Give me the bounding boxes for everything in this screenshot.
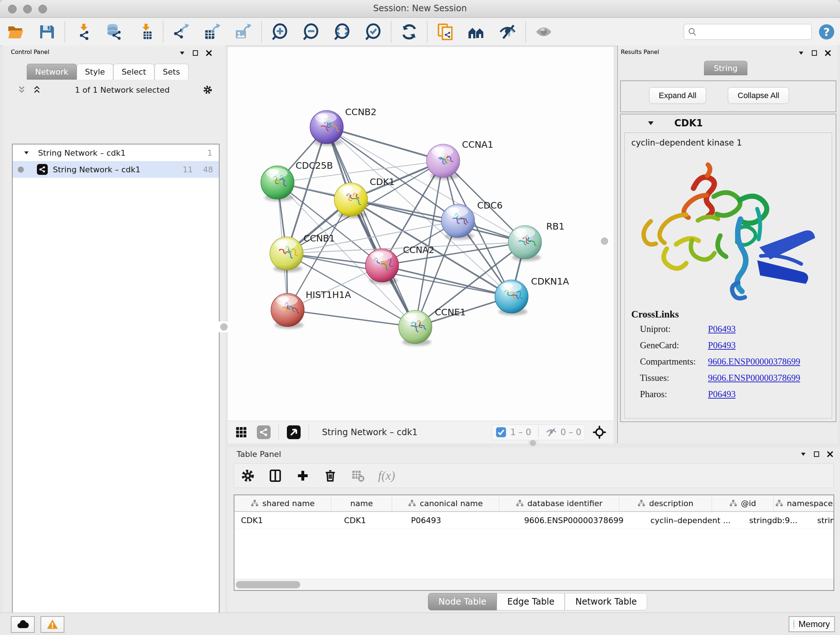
import-network-button[interactable] (73, 22, 92, 41)
column-label: @id (741, 499, 756, 508)
control-panel-collapse-icon[interactable] (178, 49, 186, 57)
import-database-button[interactable] (104, 22, 123, 41)
table-panel-collapse-icon[interactable] (799, 450, 807, 458)
crosslink-link[interactable]: P06493 (708, 389, 736, 399)
zoom-in-button[interactable] (270, 22, 289, 41)
network-tree-row[interactable]: String Network – cdk1 1 (13, 144, 219, 161)
birdseye-view-button[interactable] (286, 424, 302, 440)
crosslink-row: GeneCard: P06493 (640, 340, 828, 350)
import-table-button[interactable] (136, 22, 155, 41)
grid-view-button[interactable] (233, 424, 249, 440)
column-label: name (350, 499, 373, 508)
table-cell: 9606.ENSP00000378699 (518, 512, 644, 529)
left-splitter-handle[interactable] (218, 321, 229, 333)
home-view-button[interactable] (467, 22, 486, 41)
export-image-icon (235, 23, 252, 41)
column-header-database-identifier[interactable]: database identifier (499, 495, 619, 511)
tab-style[interactable]: Style (77, 64, 113, 80)
scrollbar-thumb[interactable] (236, 581, 300, 588)
collapse-all-button[interactable]: Collapse All (728, 87, 789, 104)
table-panel-close-icon[interactable] (826, 450, 834, 458)
delete-table-button[interactable] (349, 467, 366, 484)
expand-all-button[interactable]: Expand All (649, 87, 706, 104)
crosslink-link[interactable]: P06493 (708, 340, 736, 350)
control-panel-float-icon[interactable] (192, 49, 199, 57)
fit-selected-button[interactable] (591, 424, 608, 440)
expand-all-networks-icon[interactable] (17, 85, 27, 95)
hide-elements-button[interactable] (498, 22, 517, 41)
tab-sets[interactable]: Sets (155, 64, 188, 80)
tab-string[interactable]: String (704, 61, 747, 75)
network-node-CCNA2[interactable] (365, 249, 399, 284)
refresh-view-button[interactable] (400, 22, 418, 41)
add-column-button[interactable] (294, 467, 311, 484)
network-canvas[interactable]: CCNB2CCNA1CDC25BCDK1CDC6RB1CCNB1CCNA2CDK… (228, 47, 614, 421)
warnings-button[interactable] (41, 616, 65, 633)
network-node-RB1[interactable] (508, 226, 542, 261)
control-panel-close-icon[interactable] (205, 49, 213, 57)
table-panel-float-icon[interactable] (813, 450, 821, 458)
selected-checkbox-icon[interactable] (496, 427, 507, 438)
function-builder-label[interactable]: f(x) (378, 469, 395, 483)
column-header-canonical-name[interactable]: canonical name (392, 495, 499, 511)
network-node-CDC25B[interactable] (261, 166, 294, 201)
right-splitter-handle[interactable] (599, 236, 610, 247)
tab-network[interactable]: Network (27, 64, 77, 80)
results-panel-float-icon[interactable] (811, 49, 818, 57)
export-image-button[interactable] (234, 22, 253, 41)
network-node-CDK1[interactable] (334, 183, 368, 218)
show-columns-button[interactable] (267, 467, 284, 484)
memory-button[interactable]: Memory (789, 616, 835, 632)
zoom-fit-button[interactable] (332, 22, 351, 41)
network-node-CCNE1[interactable] (399, 310, 432, 346)
save-session-button[interactable] (37, 22, 56, 41)
network-node-CDKN1A[interactable] (495, 280, 528, 315)
column-header-namespace[interactable]: namespace (774, 495, 834, 511)
network-node-CCNA1[interactable] (426, 144, 460, 180)
column-header-description[interactable]: description (619, 495, 712, 511)
network-edge[interactable] (327, 127, 443, 161)
network-tree-row[interactable]: String Network – cdk1 11 48 (13, 161, 219, 178)
network-options-gear-icon[interactable] (203, 85, 212, 95)
tab-node-table[interactable]: Node Table (428, 593, 497, 610)
column-header-shared-name[interactable]: shared name (234, 495, 332, 511)
crosslink-link[interactable]: 9606.ENSP00000378699 (708, 373, 800, 383)
crosslink-link[interactable]: 9606.ENSP00000378699 (708, 356, 800, 367)
export-network-button[interactable] (172, 22, 191, 41)
network-edge[interactable] (287, 310, 415, 327)
delete-column-button[interactable] (322, 467, 339, 484)
tab-select[interactable]: Select (113, 64, 155, 80)
bottom-splitter-handle[interactable] (528, 440, 538, 446)
hidden-eye-icon[interactable] (546, 427, 557, 438)
table-options-button[interactable] (240, 467, 256, 484)
table-row[interactable]: CDK1CDK1P064939606.ENSP00000378699cyclin… (234, 512, 834, 529)
tab-edge-table[interactable]: Edge Table (497, 593, 565, 610)
open-file-button[interactable] (6, 22, 25, 41)
search-input[interactable] (700, 27, 808, 37)
crosslinks-list: Uniprot: P06493GeneCard: P06493Compartme… (640, 324, 828, 405)
crosslink-link[interactable]: P06493 (708, 324, 736, 334)
zoom-selected-button[interactable] (363, 22, 382, 41)
results-panel-close-icon[interactable] (824, 49, 832, 57)
collapse-all-networks-icon[interactable] (32, 85, 42, 95)
show-elements-button[interactable] (534, 22, 553, 41)
network-selector-row: 1 of 1 Network selected (12, 81, 218, 98)
network-node-CDC6[interactable] (441, 204, 475, 240)
network-node-CCNB1[interactable] (270, 237, 303, 272)
gene-section-header[interactable]: CDK1 (621, 114, 836, 132)
network-node-HIST1H1A[interactable] (271, 293, 304, 329)
network-share-button[interactable] (256, 424, 272, 440)
gene-collapse-icon[interactable] (646, 119, 655, 128)
export-table-button[interactable] (203, 22, 222, 41)
table-delete-icon (351, 469, 365, 483)
zoom-out-button[interactable] (302, 22, 320, 41)
tree-caret-icon[interactable] (23, 149, 30, 157)
results-panel-collapse-icon[interactable] (797, 49, 805, 57)
duplicate-network-button[interactable] (436, 22, 455, 41)
hierarchy-icon (638, 499, 645, 507)
column-header--id[interactable]: @id (712, 495, 774, 511)
tab-network-table[interactable]: Network Table (565, 593, 647, 610)
help-button[interactable]: ? (818, 24, 835, 40)
column-header-name[interactable]: name (332, 495, 392, 511)
cloud-status-button[interactable] (11, 616, 35, 633)
